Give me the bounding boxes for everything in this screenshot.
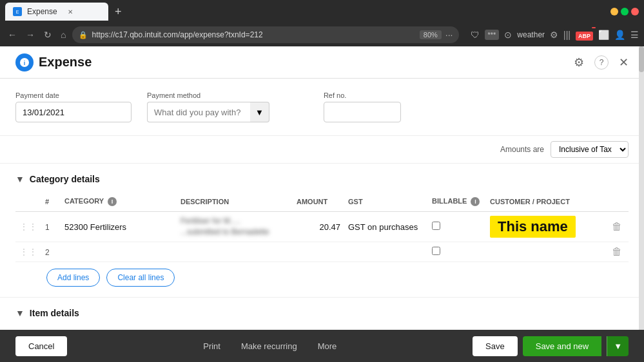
address-bar[interactable]: 🔒 https://c17.qbo.intuit.com/app/expense… — [72, 26, 459, 43]
amount-cell-2[interactable] — [293, 242, 344, 262]
home-button[interactable]: ⌂ — [58, 27, 68, 43]
amounts-select[interactable]: Inclusive of Tax — [551, 141, 629, 158]
print-button[interactable]: Print — [200, 336, 223, 356]
billable-checkbox-2[interactable] — [432, 247, 440, 255]
scrollbar-track — [639, 46, 644, 330]
payment-method-input[interactable] — [147, 102, 250, 122]
abp-icon[interactable]: ABP — [576, 30, 593, 40]
ref-label: Ref no. — [324, 91, 401, 99]
delete-row-2-button[interactable]: 🗑 — [609, 243, 625, 260]
category-row-1: ⋮⋮ 1 52300 Fertilizers Fertiliser for M.… — [15, 212, 629, 242]
category-cell-2[interactable] — [61, 242, 177, 262]
scrollbar-thumb[interactable] — [639, 46, 644, 72]
save-button[interactable]: Save — [473, 336, 518, 356]
category-table-body: ⋮⋮ 1 52300 Fertilizers Fertiliser for M.… — [15, 212, 629, 262]
minimize-button[interactable] — [610, 8, 618, 15]
delete-row-1-button[interactable]: 🗑 — [609, 218, 625, 234]
category-toggle[interactable]: ▼ — [15, 174, 24, 184]
description-text-1: Fertiliser for M..... ...submitted to Be… — [181, 216, 289, 238]
category-value-1: 52300 Fertilizers — [64, 222, 126, 232]
nav-bar: ← → ↻ ⌂ 🔒 https://c17.qbo.intuit.com/app… — [0, 23, 644, 46]
category-table: # CATEGORY i DESCRIPTION AMOUNT GST BILL… — [15, 192, 629, 262]
row-num-1: 1 — [41, 212, 61, 242]
th-amount: AMOUNT — [293, 192, 344, 212]
form-area: Payment date Payment method ▼ Ref no. — [0, 79, 644, 135]
settings-header-icon[interactable]: ⚙ — [574, 55, 584, 70]
save-and-new-dropdown-button[interactable]: ▼ — [607, 336, 629, 356]
payment-method-label: Payment method — [147, 91, 269, 99]
category-cell-1: 52300 Fertilizers — [61, 212, 177, 242]
footer-center: Print Make recurring More — [83, 336, 457, 356]
drag-handle-2[interactable]: ⋮⋮ — [15, 242, 41, 262]
forward-button[interactable]: → — [23, 27, 37, 43]
billable-checkbox-1[interactable] — [432, 222, 440, 230]
category-title: Category details — [30, 174, 100, 184]
category-table-actions: Add lines Clear all lines — [15, 262, 629, 287]
category-header-row: # CATEGORY i DESCRIPTION AMOUNT GST BILL… — [15, 192, 629, 212]
tab-favicon: E — [13, 7, 22, 16]
title-bar: E Expense ✕ + — [0, 0, 644, 23]
row-num-2: 2 — [41, 242, 61, 262]
gst-cell-2[interactable] — [344, 242, 428, 262]
th-description: DESCRIPTION — [177, 192, 293, 212]
billable-cell-1[interactable] — [428, 212, 486, 242]
browser-chrome: E Expense ✕ + ← → ↻ ⌂ 🔒 https://c17.qbo.… — [0, 0, 644, 46]
category-section: ▼ Category details # CATEGORY i DESCRIPT… — [0, 163, 644, 297]
toolbar-icons: 🛡 *** ⊙ weather ⚙ ||| ABP ⬜ 👤 ☰ — [471, 30, 639, 40]
add-lines-button[interactable]: Add lines — [46, 269, 100, 287]
profile-icon[interactable]: 👤 — [614, 30, 625, 40]
billable-cell-2[interactable] — [428, 242, 486, 262]
item-toggle[interactable]: ▼ — [15, 308, 24, 318]
maximize-button[interactable] — [621, 8, 629, 15]
gst-cell-1: GST on purchases — [344, 212, 428, 242]
category-table-head: # CATEGORY i DESCRIPTION AMOUNT GST BILL… — [15, 192, 629, 212]
security-icon: 🔒 — [79, 31, 88, 39]
menu-icon[interactable]: ☰ — [630, 30, 639, 40]
weather-bookmark[interactable]: weather — [517, 30, 545, 39]
customer-project-cell-2[interactable] — [486, 242, 605, 262]
delete-cell-1[interactable]: 🗑 — [605, 212, 629, 242]
pocket-icon[interactable]: ⊙ — [504, 30, 512, 40]
tab-title: Expense — [27, 7, 57, 16]
more-options-icon[interactable]: ··· — [445, 30, 453, 40]
save-and-new-button[interactable]: Save and new — [523, 336, 601, 356]
ref-input[interactable] — [324, 102, 401, 122]
zoom-level: 80% — [420, 30, 442, 39]
category-info-icon[interactable]: i — [108, 197, 117, 206]
back-button[interactable]: ← — [5, 27, 19, 43]
th-customer-project: CUSTOMER / PROJECT — [486, 192, 605, 212]
cancel-button[interactable]: Cancel — [15, 336, 67, 356]
customer-project-highlight-1[interactable]: This name — [490, 216, 576, 238]
password-icon[interactable]: *** — [485, 30, 500, 40]
reload-button[interactable]: ↻ — [41, 27, 54, 43]
browser-tab[interactable]: E Expense ✕ — [5, 3, 108, 21]
item-title: Item details — [30, 308, 79, 318]
customer-project-cell-1[interactable]: This name — [486, 212, 605, 242]
billable-info-icon[interactable]: i — [471, 197, 480, 206]
shield-icon[interactable]: 🛡 — [471, 30, 480, 40]
library-icon[interactable]: ||| — [563, 30, 571, 40]
payment-date-input[interactable] — [15, 102, 132, 122]
th-gst: GST — [344, 192, 428, 212]
item-header: ▼ Item details — [15, 308, 629, 318]
header-actions: ⚙ ? ✕ — [574, 55, 629, 70]
screenshot-icon[interactable]: ⬜ — [598, 30, 609, 40]
more-button[interactable]: More — [315, 336, 340, 356]
page-title: Expense — [39, 55, 92, 70]
description-cell-1[interactable]: Fertiliser for M..... ...submitted to Be… — [177, 212, 293, 242]
description-cell-2[interactable] — [177, 242, 293, 262]
tab-close-button[interactable]: ✕ — [65, 6, 75, 17]
new-tab-button[interactable]: + — [112, 3, 124, 21]
close-window-button[interactable] — [631, 8, 639, 15]
make-recurring-button[interactable]: Make recurring — [239, 336, 300, 356]
delete-cell-2[interactable]: 🗑 — [605, 242, 629, 262]
close-app-icon[interactable]: ✕ — [619, 55, 629, 70]
url-text: https://c17.qbo.intuit.com/app/expense?t… — [92, 30, 415, 39]
settings-icon[interactable]: ⚙ — [550, 30, 558, 40]
help-icon[interactable]: ? — [594, 55, 609, 70]
payment-method-dropdown[interactable]: ▼ — [250, 102, 269, 122]
th-delete — [605, 192, 629, 212]
clear-all-lines-button[interactable]: Clear all lines — [106, 269, 175, 287]
app-container: i Expense ⚙ ? ✕ Payment date Payment met… — [0, 46, 644, 362]
drag-handle-1[interactable]: ⋮⋮ — [15, 212, 41, 242]
